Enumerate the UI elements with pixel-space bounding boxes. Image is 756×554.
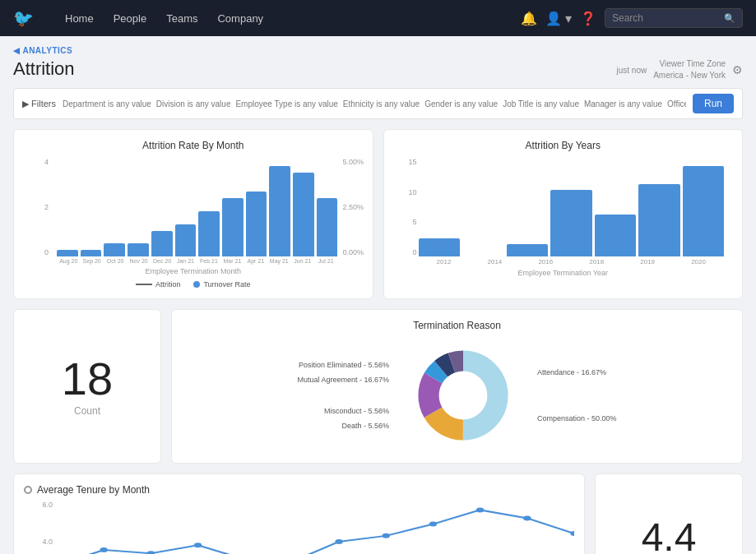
- avg-tenure-number: 4.4: [642, 518, 697, 555]
- bar-col-right-5: [638, 184, 680, 256]
- x-label-left-1: Sep 20: [80, 258, 103, 264]
- legend-turnover: Turnover Rate: [193, 280, 250, 289]
- x-label-right-0: 2012: [419, 258, 470, 265]
- help-icon[interactable]: ❓: [580, 11, 596, 26]
- bar-col-right-3: [550, 190, 592, 256]
- charts-row-3: Average Tenure by Month 6.04.02.0 Aug 20…: [13, 473, 743, 554]
- avg-tenure-by-month-title: Average Tenure by Month: [24, 484, 574, 496]
- bar-col-right-0: [419, 238, 461, 256]
- x-label-left-4: Dec 20: [151, 258, 174, 264]
- bar-col-right-6: [683, 166, 725, 256]
- nav-links: Home People Teams Company: [57, 7, 504, 30]
- bar-right-0[interactable]: [419, 238, 461, 256]
- chart-legend: Attrition Turnover Rate: [24, 280, 363, 289]
- bar-right-4[interactable]: [595, 215, 637, 256]
- charts-row-2: 18 Count Termination Reason Position Eli…: [13, 309, 743, 464]
- x-label-left-7: Mar 21: [220, 258, 243, 264]
- filter-tags: Department is any value Division is any …: [63, 99, 686, 108]
- x-label-left-2: Oct 20: [104, 258, 127, 264]
- x-label-left-0: Aug 20: [57, 258, 80, 264]
- count-number: 18: [62, 356, 113, 402]
- attrition-by-month-title: Attrition Rate By Month: [24, 140, 363, 151]
- x-label-left-8: Apr 21: [244, 258, 267, 264]
- count-label: Count: [74, 405, 100, 417]
- donut-svg: [406, 338, 521, 453]
- svg-point-6: [440, 372, 486, 418]
- label-misconduct: Misconduct - 5.56%: [297, 407, 389, 415]
- navbar: 🐦 Home People Teams Company 🔔 👤 ▾ ❓ 🔍: [0, 0, 756, 36]
- line-point-7: [383, 533, 390, 538]
- bar-col-right-2: [507, 244, 549, 256]
- filter-division[interactable]: Division is any value: [156, 99, 231, 108]
- attrition-by-years-title: Attrition By Years: [394, 140, 733, 151]
- y-axis-right-chart: 151050: [394, 158, 417, 256]
- label-death: Death - 5.56%: [297, 422, 389, 430]
- filter-job-title[interactable]: Job Title is any value: [503, 99, 579, 108]
- search-input[interactable]: [612, 12, 719, 24]
- filter-ethnicity[interactable]: Ethnicity is any value: [343, 99, 420, 108]
- label-mutual-agreement: Mutual Agreement - 16.67%: [297, 376, 389, 384]
- x-axis-labels-right: 201220142016201820192020: [394, 258, 733, 265]
- x-label-left-10: Jun 21: [291, 258, 314, 264]
- filter-manager[interactable]: Manager is any value: [584, 99, 662, 108]
- settings-icon[interactable]: ⚙: [732, 63, 743, 76]
- donut-labels-right: Attendance - 16.67% Compensation - 50.00…: [537, 368, 617, 422]
- search-icon: 🔍: [724, 13, 735, 24]
- count-card: 18 Count: [13, 309, 161, 464]
- label-compensation: Compensation - 50.00%: [537, 414, 617, 422]
- line-point-3: [194, 542, 202, 547]
- breadcrumb[interactable]: ◀ ANALYTICS: [13, 46, 743, 55]
- x-label-left-3: Nov 20: [127, 258, 150, 264]
- label-position-eliminated: Position Eliminated - 5.56%: [297, 361, 389, 369]
- legend-attrition: Attrition: [136, 280, 181, 289]
- x-label-left-5: Jan 21: [174, 258, 197, 264]
- bar-col-right-4: [595, 215, 637, 256]
- user-menu-button[interactable]: 👤 ▾: [545, 11, 572, 26]
- timezone-label: Viewer Time Zone: [653, 58, 726, 70]
- search-bar: 🔍: [605, 8, 743, 28]
- charts-row-1: Attrition Rate By Month 420 5.00%2.50%0.…: [13, 129, 743, 299]
- attrition-by-years-card: Attrition By Years 151050 20122014201620…: [383, 129, 744, 299]
- line-point-9: [476, 507, 484, 512]
- termination-reason-card: Termination Reason Position Eliminated -…: [171, 309, 743, 464]
- run-button[interactable]: Run: [693, 94, 734, 113]
- x-axis-labels-left: Aug 20Sep 20Oct 20Nov 20Dec 20Jan 21Feb …: [24, 258, 363, 264]
- time-label: just now: [617, 66, 647, 75]
- bar-chart-left: 420 5.00%2.50%0.00%: [24, 158, 363, 256]
- bell-icon[interactable]: 🔔: [521, 11, 537, 26]
- app-logo: 🐦: [13, 8, 34, 28]
- filter-bar: ▶ Filters Department is any value Divisi…: [13, 88, 743, 119]
- bar-right-3[interactable]: [550, 190, 592, 256]
- avg-tenure-by-month-card: Average Tenure by Month 6.04.02.0 Aug 20…: [13, 473, 585, 554]
- nav-icons: 🔔 👤 ▾ ❓ 🔍: [521, 8, 743, 28]
- attrition-by-month-chart: 420 5.00%2.50%0.00% Aug 20Sep 20Oct 20No…: [24, 158, 363, 289]
- bar-right-2[interactable]: [507, 244, 549, 256]
- x-label-right-4: 2019: [622, 258, 673, 265]
- termination-reason-title: Termination Reason: [182, 320, 732, 331]
- main-content: ◀ ANALYTICS Attrition just now Viewer Ti…: [0, 36, 756, 554]
- timezone-info: Viewer Time Zone America - New York: [653, 58, 726, 81]
- filter-gender[interactable]: Gender is any value: [424, 99, 498, 108]
- timezone-value: America - New York: [653, 70, 726, 81]
- nav-company[interactable]: Company: [209, 7, 271, 30]
- x-label-right-2: 2016: [520, 258, 571, 265]
- line-point-8: [429, 522, 437, 527]
- bar-right-5[interactable]: [638, 184, 680, 256]
- nav-teams[interactable]: Teams: [158, 7, 206, 30]
- filter-office[interactable]: Office Location is any value: [667, 99, 686, 108]
- nav-home[interactable]: Home: [57, 7, 102, 30]
- donut-labels-left: Position Eliminated - 5.56% Mutual Agree…: [297, 361, 389, 430]
- attrition-by-years-chart: 151050 201220142016201820192020 Employee…: [394, 158, 733, 277]
- avg-tenure-line: [57, 510, 574, 554]
- label-attendance: Attendance - 16.67%: [537, 368, 617, 376]
- nav-people[interactable]: People: [105, 7, 155, 30]
- line-point-1: [100, 547, 107, 552]
- attrition-years-xlabel: Employee Termination Year: [394, 269, 733, 277]
- circle-icon: [24, 486, 32, 494]
- filter-department[interactable]: Department is any value: [63, 99, 151, 108]
- filter-employee-type[interactable]: Employee Type is any value: [235, 99, 337, 108]
- line-point-2: [147, 551, 155, 554]
- bar-right-6[interactable]: [683, 166, 725, 256]
- x-label-right-5: 2020: [673, 258, 724, 265]
- filter-toggle[interactable]: ▶ Filters: [22, 99, 56, 109]
